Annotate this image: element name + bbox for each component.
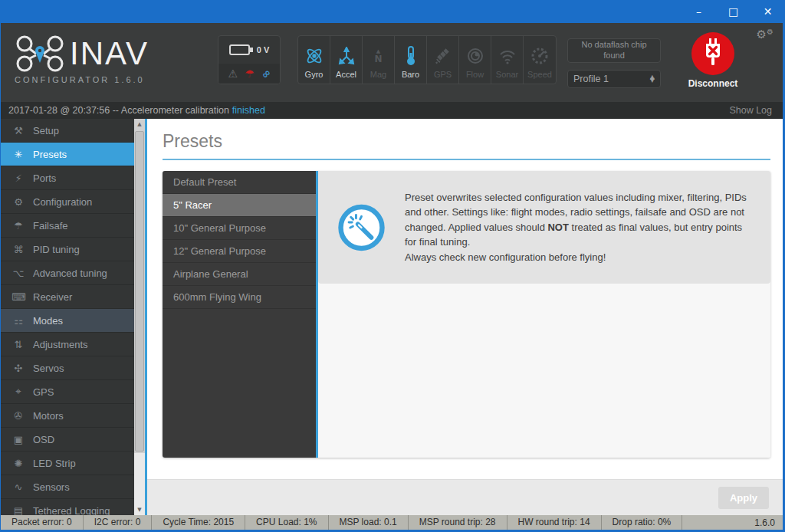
accel-icon xyxy=(337,44,356,67)
app-window: – □ ✕ INAV xyxy=(0,0,785,532)
sliders-icon: ⇅ xyxy=(11,339,25,350)
content-toolbar: Apply xyxy=(147,479,783,515)
satellite-icon: ⌖ xyxy=(11,386,25,398)
sensor-baro[interactable]: Baro xyxy=(395,36,427,84)
usb-disconnect-icon xyxy=(691,32,734,75)
status-i2c-error: I2C error: 0 xyxy=(84,515,153,530)
scrollbar-up-icon[interactable]: ▲ xyxy=(134,119,145,130)
status-msp-load: MSP load: 0.1 xyxy=(329,515,409,530)
sidebar-item-setup[interactable]: ⚒Setup xyxy=(1,119,134,143)
status-packet-error: Packet error: 0 xyxy=(1,515,84,530)
sidebar-item-osd[interactable]: ▣OSD xyxy=(1,428,134,452)
scrollbar-thumb[interactable] xyxy=(135,131,144,452)
apply-button[interactable]: Apply xyxy=(718,487,769,509)
main-body: ⚒Setup ✳Presets ⚡Ports ⚙Configuration ☂F… xyxy=(1,119,783,515)
preset-description: Preset overwrites selected configuration… xyxy=(405,190,754,265)
sitemap-icon: ⌘ xyxy=(11,244,25,255)
status-hw-round-trip: HW round trip: 14 xyxy=(507,515,602,530)
title-bar: – □ ✕ xyxy=(0,0,785,23)
gyro-icon xyxy=(304,44,324,67)
baro-icon xyxy=(402,44,419,67)
sensor-gyro[interactable]: Gyro xyxy=(298,36,330,84)
led-icon: ✺ xyxy=(11,458,25,469)
sidebar-item-tethered-logging[interactable]: ▤Tethered Logging xyxy=(1,499,134,515)
link-icon: ∞ xyxy=(258,66,274,81)
failsafe-icon: ☂ xyxy=(245,67,255,80)
settings-gear-icon[interactable]: ⚙⚙ xyxy=(757,28,774,41)
preset-item-12in-general[interactable]: 12" General Purpose xyxy=(163,240,316,263)
warning-icon: ⚠ xyxy=(228,67,238,80)
sidebar-item-ports[interactable]: ⚡Ports xyxy=(1,166,134,190)
maximize-button[interactable]: □ xyxy=(716,0,751,23)
status-msp-round-trip: MSP round trip: 28 xyxy=(409,515,507,530)
sidebar-item-failsafe[interactable]: ☂Failsafe xyxy=(1,214,134,238)
sidebar-item-advanced-tuning[interactable]: ⌥Advanced tuning xyxy=(1,261,134,285)
sidebar-item-adjustments[interactable]: ⇅Adjustments xyxy=(1,333,134,356)
profile-select-value: Profile 1 xyxy=(573,74,609,84)
status-cpu-load: CPU Load: 1% xyxy=(245,515,328,530)
select-arrows-icon: ▲▼ xyxy=(650,76,655,83)
preset-item-600mm-flying-wing[interactable]: 600mm Flying Wing xyxy=(163,286,316,309)
sidebar-item-configuration[interactable]: ⚙Configuration xyxy=(1,190,134,214)
magic-wand-icon: ✳ xyxy=(11,149,25,160)
sidebar-item-sensors[interactable]: ∿Sensors xyxy=(1,475,134,499)
preset-list: Default Preset 5" Racer 10" General Purp… xyxy=(163,171,316,458)
preset-item-5in-racer[interactable]: 5" Racer xyxy=(163,194,316,217)
status-drop-ratio: Drop ratio: 0% xyxy=(602,515,683,530)
preset-item-default[interactable]: Default Preset xyxy=(163,171,316,194)
sidebar-item-led-strip[interactable]: ✺LED Strip xyxy=(1,452,134,475)
mag-icon: ▲N xyxy=(374,44,382,67)
battery-status-panel: 0 V ⚠ ☂ ∞ xyxy=(218,35,281,84)
title-underline xyxy=(163,159,770,160)
flow-icon xyxy=(466,44,484,67)
wrench-icon: ⚒ xyxy=(11,125,25,136)
sidebar-item-servos[interactable]: ✣Servos xyxy=(1,356,134,380)
sidebar-item-presets[interactable]: ✳Presets xyxy=(1,143,134,166)
sidebar-item-modes[interactable]: ⚏Modes xyxy=(1,309,134,333)
sensor-gps[interactable]: GPS xyxy=(427,36,459,84)
preset-item-airplane-general[interactable]: Airplane General xyxy=(163,263,316,286)
app-logo: INAV CONFIGURATOR 1.6.0 xyxy=(15,34,218,84)
magic-wand-badge-icon xyxy=(338,188,385,268)
sensor-mag[interactable]: ▲N Mag xyxy=(363,36,395,84)
preset-info-box: Preset overwrites selected configuration… xyxy=(318,171,770,284)
sidebar-item-motors[interactable]: ✇Motors xyxy=(1,404,134,428)
advanced-tuning-icon: ⌥ xyxy=(11,268,25,279)
scrollbar-down-icon[interactable]: ▼ xyxy=(134,504,145,515)
toggles-icon: ⚏ xyxy=(11,315,25,327)
drone-logo-icon xyxy=(15,34,65,74)
header: INAV CONFIGURATOR 1.6.0 0 V ⚠ ☂ ∞ xyxy=(1,23,783,102)
sidebar-nav: ⚒Setup ✳Presets ⚡Ports ⚙Configuration ☂F… xyxy=(1,119,134,515)
app-name: INAV xyxy=(70,38,149,70)
motor-icon: ✇ xyxy=(11,410,25,422)
speed-icon xyxy=(530,44,549,67)
osd-icon: ▣ xyxy=(11,434,25,445)
sidebar-item-receiver[interactable]: ⌨Receiver xyxy=(1,285,134,309)
gear-icon: ⚙ xyxy=(11,196,25,208)
battery-icon xyxy=(229,44,254,56)
sidebar-item-pid-tuning[interactable]: ⌘PID tuning xyxy=(1,238,134,261)
preset-item-10in-general[interactable]: 10" General Purpose xyxy=(163,217,316,240)
disconnect-button[interactable]: Disconnect xyxy=(678,32,747,89)
sensor-flow[interactable]: Flow xyxy=(459,36,491,84)
close-button[interactable]: ✕ xyxy=(751,0,785,23)
sensor-sonar[interactable]: Sonar xyxy=(491,36,524,84)
servo-icon: ✣ xyxy=(11,363,25,374)
battery-voltage: 0 V xyxy=(257,45,270,54)
dataflash-status: No dataflash chip found xyxy=(567,38,661,63)
profile-select[interactable]: Profile 1 ▲▼ xyxy=(567,70,661,88)
status-version: 1.6.0 xyxy=(747,517,783,528)
page-title: Presets xyxy=(163,131,770,152)
receiver-icon: ⌨ xyxy=(11,291,25,303)
show-log-button[interactable]: Show Log xyxy=(729,105,772,116)
plug-icon: ⚡ xyxy=(11,172,25,184)
profile-column: No dataflash chip found Profile 1 ▲▼ xyxy=(567,38,661,88)
sensor-status-bar: Gyro Accel ▲N Mag xyxy=(297,35,557,84)
preset-panel: Default Preset 5" Racer 10" General Purp… xyxy=(163,171,770,458)
sensor-speed[interactable]: Speed xyxy=(524,36,556,84)
sidebar-item-gps[interactable]: ⌖GPS xyxy=(1,380,134,404)
preset-detail: Preset overwrites selected configuration… xyxy=(318,171,770,458)
sensor-accel[interactable]: Accel xyxy=(330,36,363,84)
sidebar-scrollbar[interactable]: ▲ ▼ xyxy=(134,119,145,515)
minimize-button[interactable]: – xyxy=(682,0,716,23)
